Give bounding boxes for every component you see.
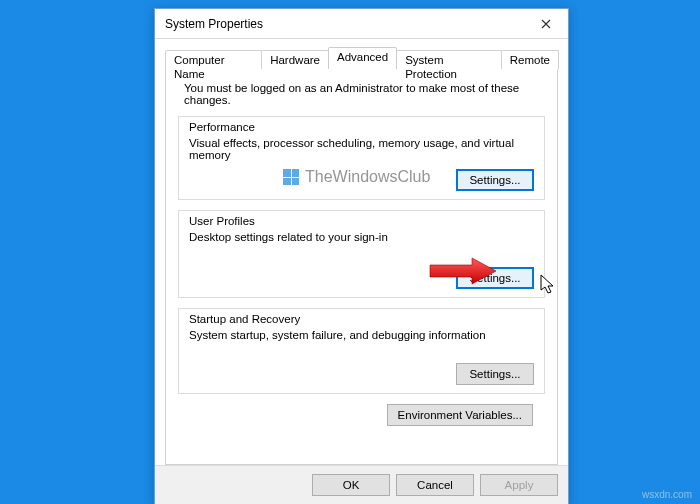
environment-variables-button[interactable]: Environment Variables... — [387, 404, 533, 426]
group-performance-desc: Visual effects, processor scheduling, me… — [189, 137, 534, 161]
group-startup-recovery-desc: System startup, system failure, and debu… — [189, 329, 534, 341]
tab-remote[interactable]: Remote — [501, 50, 559, 69]
source-attribution: wsxdn.com — [642, 489, 692, 500]
group-user-profiles-legend: User Profiles — [189, 215, 534, 227]
tab-advanced[interactable]: Advanced — [328, 47, 397, 68]
tabstrip: Computer Name Hardware Advanced System P… — [165, 47, 558, 68]
tab-computer-name[interactable]: Computer Name — [165, 50, 262, 69]
group-performance-legend: Performance — [189, 121, 534, 133]
close-button[interactable] — [524, 9, 568, 39]
group-user-profiles: User Profiles Desktop settings related t… — [178, 210, 545, 298]
dialog-button-bar: OK Cancel Apply — [155, 465, 568, 504]
cancel-button[interactable]: Cancel — [396, 474, 474, 496]
ok-button[interactable]: OK — [312, 474, 390, 496]
user-profiles-settings-button[interactable]: Settings... — [456, 267, 534, 289]
performance-settings-button[interactable]: Settings... — [456, 169, 534, 191]
group-startup-recovery: Startup and Recovery System startup, sys… — [178, 308, 545, 394]
dialog-body: Computer Name Hardware Advanced System P… — [155, 39, 568, 465]
tab-hardware[interactable]: Hardware — [261, 50, 329, 69]
apply-button[interactable]: Apply — [480, 474, 558, 496]
window-title: System Properties — [165, 17, 524, 31]
startup-recovery-settings-button[interactable]: Settings... — [456, 363, 534, 385]
group-startup-recovery-legend: Startup and Recovery — [189, 313, 534, 325]
group-user-profiles-desc: Desktop settings related to your sign-in — [189, 231, 534, 243]
tab-panel-advanced: You must be logged on as an Administrato… — [165, 67, 558, 465]
group-performance: Performance Visual effects, processor sc… — [178, 116, 545, 200]
close-icon — [541, 19, 551, 29]
admin-note: You must be logged on as an Administrato… — [184, 82, 543, 106]
tab-system-protection[interactable]: System Protection — [396, 50, 502, 69]
system-properties-dialog: System Properties Computer Name Hardware… — [154, 8, 569, 504]
titlebar: System Properties — [155, 9, 568, 39]
